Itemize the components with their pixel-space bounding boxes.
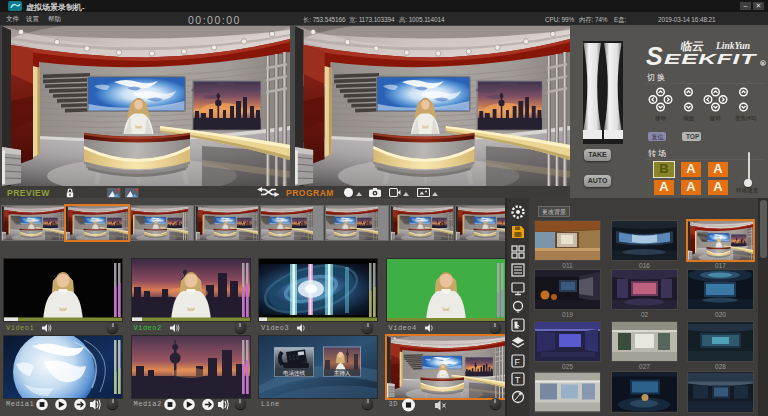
svg-text:主持人: 主持人: [334, 370, 351, 377]
svg-text:TOP: TOP: [686, 133, 700, 140]
svg-text:S: S: [646, 42, 663, 70]
svg-text:R: R: [762, 62, 765, 66]
svg-text:变焦(4S): 变焦(4S): [735, 115, 757, 122]
svg-text:复位: 复位: [652, 134, 664, 141]
svg-text:EEKFIT: EEKFIT: [664, 50, 758, 67]
svg-text:移动: 移动: [655, 115, 667, 122]
svg-text:T: T: [515, 375, 521, 385]
svg-text:电话连线: 电话连线: [283, 370, 306, 377]
svg-text:旋转: 旋转: [709, 115, 722, 122]
svg-text:F: F: [514, 357, 520, 367]
svg-text:缩放: 缩放: [683, 115, 695, 122]
